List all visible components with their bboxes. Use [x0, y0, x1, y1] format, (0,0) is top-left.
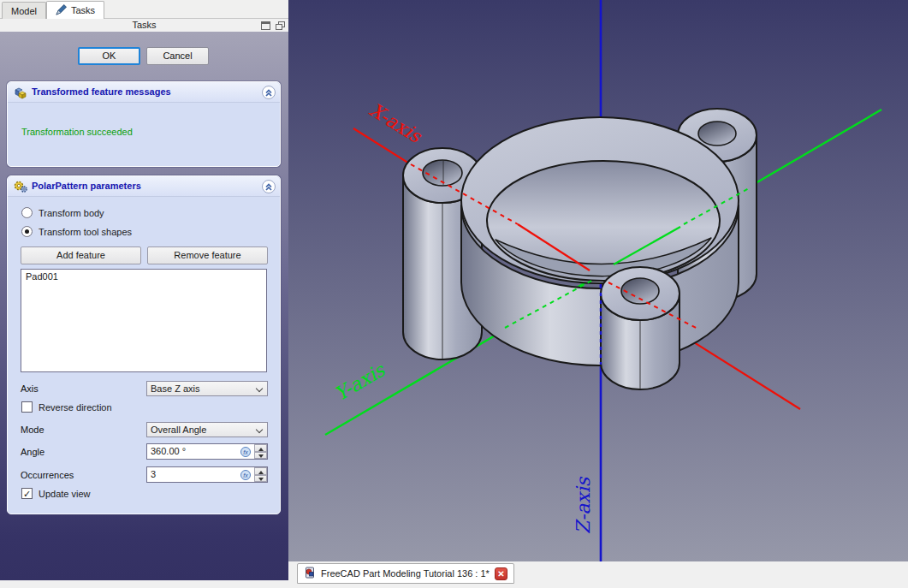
collapse-messages-icon[interactable]: [262, 86, 276, 99]
polarpattern-groupbox: PolarPattern parameters Transform body T…: [7, 175, 281, 514]
expression-icon[interactable]: fx: [240, 447, 251, 457]
combo-view-panel: Model Tasks Tasks OK Cancel: [0, 0, 288, 588]
polarpattern-groupbox-header: PolarPattern parameters: [8, 176, 280, 197]
radio-transform-body[interactable]: Transform body: [21, 207, 104, 218]
close-document-icon[interactable]: ✕: [495, 567, 507, 580]
cancel-button[interactable]: Cancel: [146, 47, 209, 65]
radio-transform-tool-label: Transform tool shapes: [39, 227, 132, 237]
freecad-document-icon: [304, 567, 316, 580]
3d-scene: X-axis Y-axis Z-axis: [288, 0, 908, 561]
document-tab-label: FreeCAD Part Modeling Tutorial 136 : 1*: [321, 568, 490, 579]
freecad-window: Model Tasks Tasks OK Cancel: [0, 0, 908, 588]
update-view-checkbox[interactable]: ✓ Update view: [21, 488, 91, 499]
tab-model[interactable]: Model: [2, 2, 46, 19]
reverse-direction-checkbox[interactable]: Reverse direction: [21, 401, 112, 413]
tab-model-label: Model: [11, 6, 37, 16]
radio-circle-selected[interactable]: [21, 226, 33, 237]
angle-spinbox[interactable]: 360.00 ° fx: [146, 443, 268, 460]
angle-decrement-button[interactable]: [254, 452, 267, 460]
document-tab[interactable]: FreeCAD Part Modeling Tutorial 136 : 1* …: [297, 563, 514, 584]
chevron-down-icon: [256, 385, 263, 392]
occurrences-spinbox[interactable]: 3 fx: [146, 466, 268, 483]
combo-view-tabbar: Model Tasks: [0, 0, 288, 19]
feature-list[interactable]: Pad001: [21, 269, 267, 372]
ring-inner-hole: [487, 161, 720, 281]
update-view-label: Update view: [39, 489, 91, 499]
add-feature-button[interactable]: Add feature: [21, 246, 141, 264]
reverse-direction-label: Reverse direction: [39, 402, 112, 413]
messages-groupbox-title: Transformed feature messages: [32, 86, 171, 97]
radio-transform-tool-shapes[interactable]: Transform tool shapes: [21, 226, 132, 237]
tasks-panel-header: Tasks: [0, 19, 288, 32]
messages-groupbox: Transformed feature messages Transformat…: [7, 81, 281, 167]
axis-label: Axis: [21, 383, 39, 394]
polarpattern-icon: [14, 180, 27, 193]
front-boss-hole: [621, 278, 659, 304]
feature-list-item[interactable]: Pad001: [21, 270, 266, 283]
tab-tasks[interactable]: Tasks: [46, 1, 104, 19]
z-axis-label: Z-axis: [573, 476, 594, 534]
mdi-tabbar: FreeCAD Part Modeling Tutorial 136 : 1* …: [288, 561, 908, 588]
radio-transform-body-label: Transform body: [39, 208, 104, 218]
angle-increment-button[interactable]: [254, 444, 267, 452]
mode-label: Mode: [21, 425, 45, 435]
angle-value: 360.00 °: [151, 446, 186, 456]
remove-feature-button[interactable]: Remove feature: [147, 246, 268, 264]
task-dialog-area: OK Cancel Transformed feature message: [0, 32, 288, 580]
checkbox-unchecked[interactable]: [21, 401, 33, 413]
3d-viewport[interactable]: X-axis Y-axis Z-axis: [288, 0, 908, 561]
right-boss-hole: [698, 122, 736, 146]
transform-feature-icon: [14, 86, 27, 99]
angle-label: Angle: [21, 447, 45, 457]
panel-bottom-strip: [0, 580, 288, 588]
occurrences-increment-button[interactable]: [254, 467, 267, 475]
axis-combobox-value: Base Z axis: [151, 383, 199, 394]
expression-icon[interactable]: fx: [240, 470, 251, 480]
axis-combobox[interactable]: Base Z axis: [146, 381, 268, 396]
checkbox-checked[interactable]: ✓: [21, 488, 33, 499]
occurrences-value: 3: [151, 469, 156, 479]
chevron-down-icon: [256, 426, 263, 433]
tasks-panel-title: Tasks: [132, 20, 156, 30]
radio-circle[interactable]: [21, 207, 33, 218]
tab-tasks-label: Tasks: [71, 5, 95, 15]
collapse-polarpattern-icon[interactable]: [262, 180, 276, 193]
polarpattern-groupbox-title: PolarPattern parameters: [32, 181, 141, 191]
mode-combobox[interactable]: Overall Angle: [146, 422, 268, 437]
messages-groupbox-header: Transformed feature messages: [8, 82, 280, 103]
occurrences-label: Occurrences: [21, 470, 74, 480]
transformation-status-text: Transformation succeeded: [21, 127, 133, 137]
ok-button[interactable]: OK: [78, 47, 140, 65]
mode-combobox-value: Overall Angle: [151, 425, 206, 435]
pen-icon: [56, 4, 67, 17]
occurrences-decrement-button[interactable]: [254, 475, 267, 483]
